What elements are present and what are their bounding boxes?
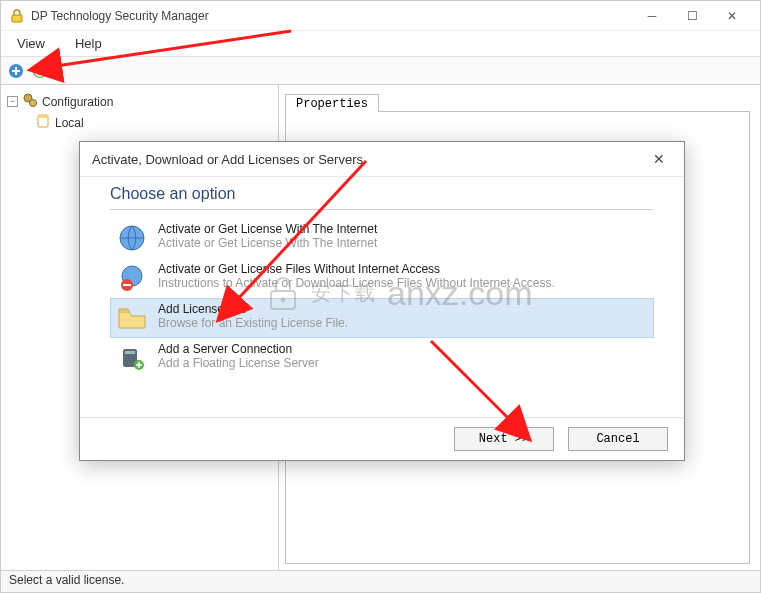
svg-rect-14 bbox=[125, 351, 135, 354]
option-activate-offline[interactable]: Activate or Get License Files Without In… bbox=[110, 258, 654, 298]
dialog-heading: Choose an option bbox=[110, 185, 654, 203]
cancel-button[interactable]: Cancel bbox=[568, 427, 668, 451]
globe-icon bbox=[116, 222, 148, 254]
tree-root-label: Configuration bbox=[42, 95, 113, 109]
next-button[interactable]: Next >> bbox=[454, 427, 554, 451]
option-sub: Activate or Get License With The Interne… bbox=[158, 236, 377, 250]
svg-rect-8 bbox=[38, 115, 48, 118]
option-sub: Browse for an Existing License File. bbox=[158, 316, 348, 330]
add-button[interactable] bbox=[5, 60, 27, 82]
dialog-title: Activate, Download or Add Licenses or Se… bbox=[92, 152, 363, 167]
server-icon bbox=[116, 342, 148, 374]
option-add-server[interactable]: Add a Server ConnectionAdd a Floating Li… bbox=[110, 338, 654, 378]
svg-point-6 bbox=[30, 100, 37, 107]
menu-view[interactable]: View bbox=[11, 34, 51, 53]
tree-item-local[interactable]: Local bbox=[5, 112, 274, 133]
option-title: Add a Server Connection bbox=[158, 342, 319, 356]
window-title: DP Technology Security Manager bbox=[31, 9, 632, 23]
dialog-button-bar: Next >> Cancel bbox=[80, 418, 684, 460]
toolbar bbox=[1, 57, 760, 85]
dialog-title-bar: Activate, Download or Add Licenses or Se… bbox=[80, 142, 684, 176]
option-title: Add License File bbox=[158, 302, 348, 316]
divider bbox=[110, 209, 654, 210]
dialog-close-button[interactable]: ✕ bbox=[646, 146, 672, 172]
gears-icon bbox=[22, 92, 38, 111]
folder-icon bbox=[116, 302, 148, 334]
minimize-button[interactable]: ─ bbox=[632, 2, 672, 30]
status-bar: Select a valid license. bbox=[1, 570, 760, 592]
license-dialog: Activate, Download or Add Licenses or Se… bbox=[79, 141, 685, 461]
tab-properties[interactable]: Properties bbox=[285, 94, 379, 112]
option-sub: Add a Floating License Server bbox=[158, 356, 319, 370]
close-button[interactable]: ✕ bbox=[712, 2, 752, 30]
title-bar: DP Technology Security Manager ─ ☐ ✕ bbox=[1, 1, 760, 31]
option-title: Activate or Get License Files Without In… bbox=[158, 262, 555, 276]
svg-rect-0 bbox=[12, 15, 22, 22]
tab-bar: Properties bbox=[285, 89, 750, 111]
menu-help[interactable]: Help bbox=[69, 34, 108, 53]
refresh-button[interactable] bbox=[29, 60, 51, 82]
lock-icon bbox=[9, 8, 25, 24]
maximize-button[interactable]: ☐ bbox=[672, 2, 712, 30]
option-add-license-file[interactable]: Add License FileBrowse for an Existing L… bbox=[110, 298, 654, 338]
svg-rect-3 bbox=[12, 70, 20, 72]
globe-blocked-icon bbox=[116, 262, 148, 294]
svg-rect-12 bbox=[123, 284, 131, 286]
menu-bar: View Help bbox=[1, 31, 760, 57]
option-activate-internet[interactable]: Activate or Get License With The Interne… bbox=[110, 218, 654, 258]
status-text: Select a valid license. bbox=[9, 573, 124, 587]
option-sub: Instructions to Activate or Download Lic… bbox=[158, 276, 555, 290]
dialog-body: Choose an option Activate or Get License… bbox=[80, 176, 684, 418]
tree-item-label: Local bbox=[55, 116, 84, 130]
tree-root-configuration[interactable]: − Configuration bbox=[5, 91, 274, 112]
option-title: Activate or Get License With The Interne… bbox=[158, 222, 377, 236]
collapse-icon[interactable]: − bbox=[7, 96, 18, 107]
document-icon bbox=[35, 113, 51, 132]
